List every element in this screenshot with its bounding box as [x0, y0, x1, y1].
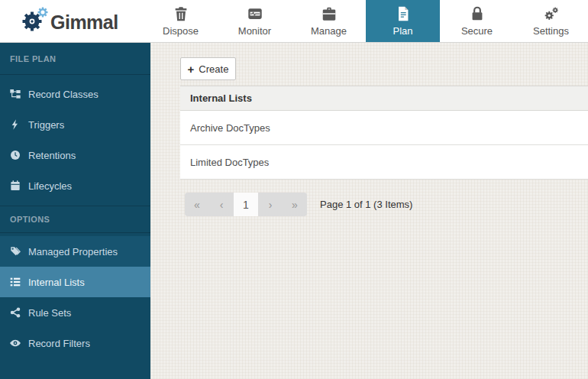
sidebar-item-label: Triggers — [28, 119, 64, 131]
top-header: Gimmal Dispose — [0, 0, 588, 43]
sidebar-item-record-classes[interactable]: Record Classes — [0, 79, 150, 109]
pager-controls: « ‹ 1 › » — [185, 193, 307, 216]
share-icon — [9, 306, 21, 319]
nav-item-plan[interactable]: Plan — [366, 0, 440, 42]
calendar-icon — [9, 180, 21, 192]
plus-icon: + — [188, 63, 195, 75]
pagination: « ‹ 1 › » Page 1 of 1 (3 Items) — [185, 193, 588, 216]
current-page-button[interactable]: 1 — [234, 193, 258, 216]
sidebar-item-record-filters[interactable]: Record Filters — [0, 328, 150, 358]
sidebar-item-label: Retentions — [28, 150, 76, 161]
table-row[interactable]: Limited DocTypes — [180, 145, 588, 180]
sidebar: FILE PLAN Record Classes — [0, 43, 150, 379]
pagination-summary: Page 1 of 1 (3 Items) — [320, 199, 412, 210]
clock-icon — [9, 149, 21, 161]
create-button-label: Create — [199, 63, 228, 75]
lock-icon — [469, 5, 486, 22]
prev-page-button[interactable]: ‹ — [209, 193, 234, 216]
sidebar-item-managed-properties[interactable]: Managed Properties — [0, 236, 150, 267]
sidebar-item-label: Managed Properties — [28, 246, 118, 258]
brand-logo[interactable]: Gimmal — [0, 0, 118, 42]
nav-item-settings[interactable]: Settings — [514, 0, 588, 42]
sidebar-item-rule-sets[interactable]: Rule Sets — [0, 297, 150, 328]
table-row[interactable]: Archive DocTypes — [180, 111, 588, 145]
nav-item-label: Monitor — [238, 25, 271, 37]
nav-item-label: Manage — [311, 25, 347, 37]
sidebar-section-file-plan: FILE PLAN — [0, 43, 150, 75]
sidebar-item-label: Record Classes — [28, 89, 99, 100]
hierarchy-icon — [9, 88, 21, 100]
monitor-icon — [247, 5, 263, 22]
sidebar-item-label: Lifecycles — [28, 180, 72, 192]
tags-icon — [9, 245, 21, 258]
create-button[interactable]: + Create — [180, 57, 236, 80]
sidebar-item-label: Record Filters — [28, 338, 90, 349]
document-icon — [395, 5, 412, 22]
bolt-icon — [9, 118, 21, 131]
first-page-button[interactable]: « — [185, 193, 209, 216]
nav-item-dispose[interactable]: Dispose — [144, 0, 218, 42]
nav-item-monitor[interactable]: Monitor — [218, 0, 292, 42]
internal-lists-table: Internal Lists Archive DocTypes Limited … — [180, 86, 588, 180]
sidebar-section-options: OPTIONS — [0, 206, 150, 233]
app-root: Gimmal Dispose — [0, 0, 588, 379]
table-header: Internal Lists — [180, 86, 588, 111]
main-content: + Create Internal Lists Archive DocTypes… — [150, 43, 588, 379]
sidebar-item-label: Internal Lists — [28, 277, 85, 288]
sidebar-item-lifecycles[interactable]: Lifecycles — [0, 170, 150, 201]
nav-item-label: Secure — [461, 25, 493, 37]
last-page-button[interactable]: » — [283, 193, 307, 216]
sidebar-item-triggers[interactable]: Triggers — [0, 109, 150, 140]
briefcase-icon — [321, 5, 338, 22]
sidebar-item-retentions[interactable]: Retentions — [0, 140, 150, 170]
gimmal-gears-logo-icon — [21, 7, 49, 36]
eye-icon — [9, 337, 21, 349]
nav-item-secure[interactable]: Secure — [440, 0, 514, 42]
top-nav: Dispose Monitor Manage — [144, 0, 588, 42]
brand-name: Gimmal — [50, 11, 118, 34]
nav-item-label: Dispose — [163, 25, 199, 37]
next-page-button[interactable]: › — [258, 193, 283, 216]
nav-item-label: Settings — [533, 25, 569, 37]
nav-item-manage[interactable]: Manage — [292, 0, 366, 42]
file-plan-items: Record Classes Triggers Retentions — [0, 75, 150, 201]
sidebar-item-label: Rule Sets — [28, 307, 71, 319]
trash-icon — [173, 5, 189, 22]
gears-icon — [543, 5, 560, 22]
sidebar-item-internal-lists[interactable]: Internal Lists — [0, 267, 150, 297]
nav-item-label: Plan — [393, 25, 412, 37]
list-icon — [9, 276, 21, 288]
options-items: Managed Properties Internal Lists — [0, 233, 150, 358]
